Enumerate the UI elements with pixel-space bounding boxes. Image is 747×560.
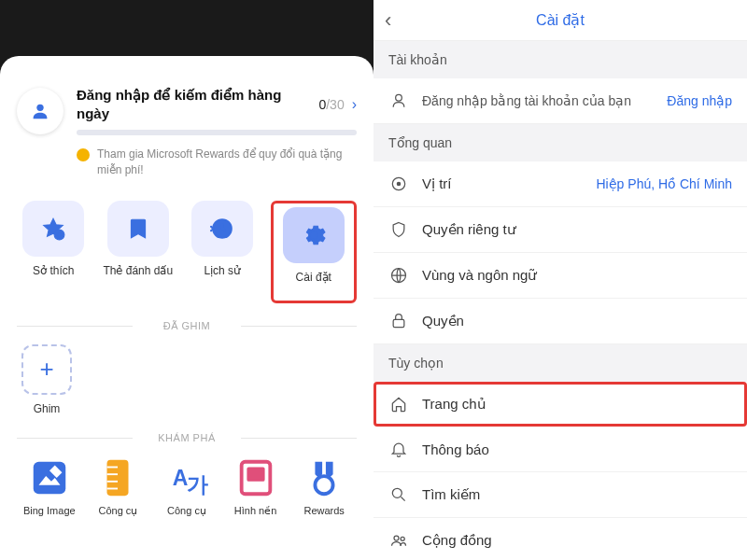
bell-icon	[388, 440, 409, 458]
svg-text:+: +	[57, 230, 62, 239]
shield-icon	[388, 220, 409, 239]
ruler-icon	[96, 456, 139, 499]
user-icon	[388, 91, 409, 110]
signin-action[interactable]: Đăng nhập	[667, 93, 732, 108]
location-row[interactable]: Vị trí Hiệp Phú, Hồ Chí Minh	[374, 161, 747, 207]
home-icon	[388, 395, 409, 413]
signin-row[interactable]: Đăng nhập để kiếm điểm hàng ngày 0/30 ›	[17, 86, 357, 135]
svg-point-15	[396, 94, 402, 101]
explore-section-label: KHÁM PHÁ	[17, 432, 357, 443]
region-row[interactable]: Vùng và ngôn ngữ	[374, 253, 747, 299]
user-icon	[30, 101, 50, 121]
right-screenshot: ‹ Cài đặt Tài khoản Đăng nhập bằng tài k…	[374, 0, 747, 560]
signin-title: Đăng nhập để kiếm điểm hàng ngày	[77, 86, 311, 122]
star-icon: +	[41, 217, 65, 241]
rewards-tile[interactable]: Rewards	[291, 456, 357, 517]
section-overview: Tổng quan	[374, 124, 747, 161]
back-button[interactable]: ‹	[385, 8, 407, 33]
settings-tile[interactable]: Cài đặt	[271, 201, 358, 303]
svg-point-14	[316, 476, 333, 494]
search-icon	[388, 485, 409, 504]
svg-point-17	[397, 182, 400, 185]
svg-text:가: 가	[187, 472, 208, 497]
bookmarks-tile[interactable]: Thẻ đánh dấu	[102, 201, 176, 303]
svg-point-0	[36, 104, 43, 110]
privacy-row[interactable]: Quyền riêng tư	[374, 207, 747, 253]
notifications-row[interactable]: Thông báo	[374, 427, 747, 472]
globe-icon	[388, 266, 409, 285]
bing-image-tile[interactable]: Bing Image	[17, 456, 82, 517]
svg-rect-13	[247, 467, 264, 481]
gear-icon	[302, 223, 326, 247]
left-screenshot: Đăng nhập để kiếm điểm hàng ngày 0/30 › …	[0, 0, 374, 560]
wallpaper-icon	[234, 456, 277, 499]
coin-icon	[77, 148, 90, 161]
rewards-text: Tham gia Microsoft Rewards để quy đổi qu…	[97, 147, 357, 178]
home-row[interactable]: Trang chủ	[374, 382, 747, 427]
history-icon	[210, 217, 234, 241]
svg-line-21	[402, 497, 405, 501]
location-icon	[388, 175, 409, 193]
pinned-row: + Ghim	[17, 344, 357, 415]
medal-icon	[303, 456, 345, 499]
plus-icon: +	[21, 344, 72, 395]
section-account: Tài khoản	[374, 41, 747, 78]
translate-icon: A가	[165, 456, 208, 499]
translate-tile[interactable]: A가 Công cụ	[154, 456, 219, 517]
tools-tile[interactable]: Công cụ	[86, 456, 151, 517]
people-icon	[388, 531, 409, 550]
avatar[interactable]	[17, 88, 63, 134]
svg-point-22	[394, 536, 399, 540]
add-pin-tile[interactable]: + Ghim	[17, 344, 77, 415]
settings-header: ‹ Cài đặt	[374, 0, 747, 41]
svg-point-23	[401, 537, 404, 540]
explore-row: Bing Image Công cụ A가 Công cụ Hình nền R…	[17, 456, 357, 517]
quick-tiles: + Sở thích Thẻ đánh dấu Lịch sử Cài đặt	[17, 201, 357, 303]
svg-rect-19	[393, 319, 404, 327]
rewards-promo[interactable]: Tham gia Microsoft Rewards để quy đổi qu…	[17, 147, 357, 178]
signin-row[interactable]: Đăng nhập bằng tài khoản của bạn Đăng nh…	[374, 78, 747, 124]
interests-tile[interactable]: + Sở thích	[17, 201, 91, 303]
permissions-row[interactable]: Quyền	[374, 299, 747, 344]
wallpaper-tile[interactable]: Hình nền	[223, 456, 289, 517]
location-value: Hiệp Phú, Hồ Chí Minh	[596, 176, 732, 191]
menu-sheet: Đăng nhập để kiếm điểm hàng ngày 0/30 › …	[0, 56, 374, 560]
community-row[interactable]: Cộng đồng	[374, 518, 747, 560]
lock-icon	[388, 312, 409, 330]
search-row[interactable]: Tìm kiếm	[374, 472, 747, 518]
svg-point-20	[392, 488, 402, 497]
svg-rect-5	[107, 459, 129, 495]
section-options: Tùy chọn	[374, 344, 747, 382]
history-tile[interactable]: Lịch sử	[186, 201, 260, 303]
progress-bar	[77, 130, 357, 135]
svg-rect-4	[34, 461, 66, 494]
bookmark-icon	[126, 217, 150, 241]
header-title: Cài đặt	[407, 11, 713, 29]
points-counter: 0/30	[318, 97, 344, 112]
image-edit-icon	[28, 456, 71, 499]
svg-text:A: A	[173, 465, 189, 489]
pinned-section-label: ĐÃ GHIM	[17, 320, 357, 331]
chevron-right-icon: ›	[352, 96, 357, 113]
